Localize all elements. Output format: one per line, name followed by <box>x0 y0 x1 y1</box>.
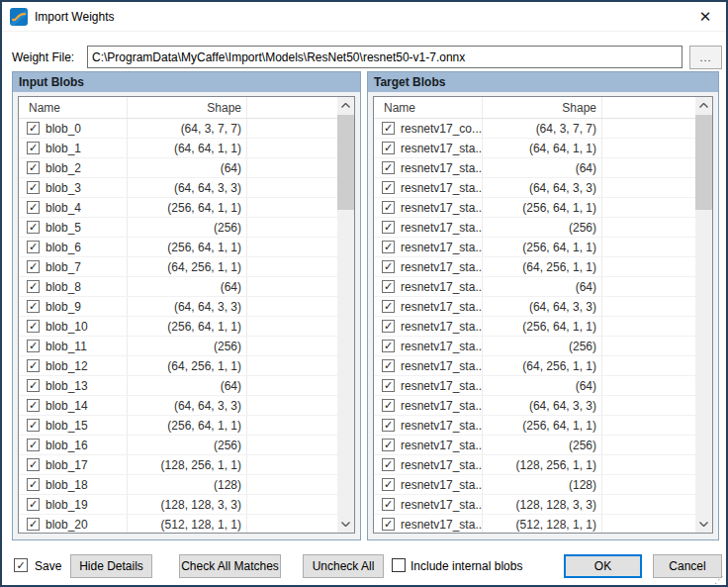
list-row[interactable]: ✓resnetv17_sta...(128) <box>374 475 695 495</box>
include-internal-blobs-checkbox[interactable] <box>392 558 406 572</box>
list-row[interactable]: ✓blob_17(128, 256, 1, 1) <box>19 455 337 475</box>
row-checkbox[interactable]: ✓ <box>382 260 395 273</box>
row-checkbox[interactable]: ✓ <box>382 399 395 412</box>
row-checkbox[interactable]: ✓ <box>27 122 40 135</box>
scrollbar-thumb[interactable] <box>337 115 354 210</box>
save-checkbox[interactable]: ✓ <box>14 558 28 572</box>
list-row[interactable]: ✓blob_16(256) <box>19 436 337 455</box>
list-row[interactable]: ✓blob_9(64, 64, 3, 3) <box>19 297 337 317</box>
list-row[interactable]: ✓blob_5(256) <box>19 218 337 238</box>
row-checkbox[interactable]: ✓ <box>382 161 395 174</box>
list-row[interactable]: ✓resnetv17_sta...(64) <box>374 277 695 297</box>
list-row[interactable]: ✓resnetv17_co...(64, 3, 7, 7) <box>374 119 695 139</box>
input-blobs-scrollbar[interactable] <box>337 97 354 533</box>
row-checkbox[interactable]: ✓ <box>27 280 40 293</box>
row-checkbox[interactable]: ✓ <box>27 498 40 511</box>
list-row[interactable]: ✓blob_0(64, 3, 7, 7) <box>19 119 337 139</box>
list-row[interactable]: ✓resnetv17_sta...(256) <box>374 337 695 356</box>
row-checkbox[interactable]: ✓ <box>382 478 395 491</box>
list-row[interactable]: ✓blob_20(512, 128, 1, 1) <box>19 515 337 533</box>
list-row[interactable]: ✓resnetv17_sta...(256, 64, 1, 1) <box>374 238 695 257</box>
row-checkbox[interactable]: ✓ <box>382 241 395 253</box>
list-row[interactable]: ✓blob_19(128, 128, 3, 3) <box>19 495 337 515</box>
row-checkbox[interactable]: ✓ <box>382 340 395 352</box>
row-checkbox[interactable]: ✓ <box>382 142 395 154</box>
list-row[interactable]: ✓resnetv17_sta...(128, 256, 1, 1) <box>374 455 695 475</box>
list-row[interactable]: ✓resnetv17_sta...(64, 256, 1, 1) <box>374 257 695 277</box>
row-checkbox[interactable]: ✓ <box>382 518 395 531</box>
row-checkbox[interactable]: ✓ <box>27 201 40 214</box>
row-checkbox[interactable]: ✓ <box>27 320 40 333</box>
column-name[interactable]: Name <box>19 97 128 118</box>
list-row[interactable]: ✓resnetv17_sta...(64) <box>374 158 695 178</box>
list-row[interactable]: ✓resnetv17_sta...(128, 128, 3, 3) <box>374 495 695 515</box>
scroll-down-icon[interactable] <box>337 516 354 533</box>
resize-grip[interactable]: ⋰ <box>714 574 724 585</box>
list-row[interactable]: ✓blob_10(256, 64, 1, 1) <box>19 317 337 337</box>
row-checkbox[interactable]: ✓ <box>382 221 395 234</box>
row-checkbox[interactable]: ✓ <box>382 458 395 471</box>
row-checkbox[interactable]: ✓ <box>27 419 40 432</box>
list-row[interactable]: ✓blob_11(256) <box>19 337 337 356</box>
list-row[interactable]: ✓blob_12(64, 256, 1, 1) <box>19 356 337 376</box>
list-row[interactable]: ✓resnetv17_sta...(256, 64, 1, 1) <box>374 317 695 337</box>
row-checkbox[interactable]: ✓ <box>27 399 40 412</box>
row-checkbox[interactable]: ✓ <box>27 359 40 372</box>
list-row[interactable]: ✓blob_15(256, 64, 1, 1) <box>19 416 337 436</box>
row-checkbox[interactable]: ✓ <box>382 379 395 392</box>
weight-file-input[interactable] <box>87 46 682 68</box>
row-checkbox[interactable]: ✓ <box>27 142 40 154</box>
row-checkbox[interactable]: ✓ <box>27 340 40 352</box>
row-checkbox[interactable]: ✓ <box>382 359 395 372</box>
target-blobs-scrollbar[interactable] <box>695 97 712 533</box>
list-row[interactable]: ✓blob_13(64) <box>19 376 337 396</box>
list-row[interactable]: ✓resnetv17_sta...(64) <box>374 376 695 396</box>
row-checkbox[interactable]: ✓ <box>27 241 40 253</box>
row-checkbox[interactable]: ✓ <box>27 161 40 174</box>
scroll-down-icon[interactable] <box>695 516 712 533</box>
cancel-button[interactable]: Cancel <box>653 554 722 578</box>
list-row[interactable]: ✓blob_8(64) <box>19 277 337 297</box>
list-row[interactable]: ✓resnetv17_sta...(64, 64, 3, 3) <box>374 396 695 416</box>
row-checkbox[interactable]: ✓ <box>382 181 395 194</box>
row-checkbox[interactable]: ✓ <box>27 260 40 273</box>
row-checkbox[interactable]: ✓ <box>27 518 40 531</box>
row-checkbox[interactable]: ✓ <box>27 458 40 471</box>
list-row[interactable]: ✓blob_3(64, 64, 3, 3) <box>19 178 337 198</box>
row-checkbox[interactable]: ✓ <box>27 181 40 194</box>
row-checkbox[interactable]: ✓ <box>382 201 395 214</box>
row-checkbox[interactable]: ✓ <box>382 300 395 313</box>
row-checkbox[interactable]: ✓ <box>382 439 395 451</box>
list-row[interactable]: ✓blob_2(64) <box>19 158 337 178</box>
browse-button[interactable]: ... <box>689 46 722 69</box>
list-row[interactable]: ✓resnetv17_sta...(64, 256, 1, 1) <box>374 356 695 376</box>
list-row[interactable]: ✓resnetv17_sta...(256) <box>374 218 695 238</box>
row-checkbox[interactable]: ✓ <box>27 478 40 491</box>
row-checkbox[interactable]: ✓ <box>27 379 40 392</box>
scroll-up-icon[interactable] <box>695 97 712 114</box>
list-row[interactable]: ✓resnetv17_sta...(256) <box>374 436 695 455</box>
list-row[interactable]: ✓blob_6(256, 64, 1, 1) <box>19 238 337 257</box>
scrollbar-thumb[interactable] <box>695 115 712 210</box>
hide-details-button[interactable]: Hide Details <box>70 554 152 578</box>
column-shape[interactable]: Shape <box>128 97 247 118</box>
row-checkbox[interactable]: ✓ <box>27 221 40 234</box>
row-checkbox[interactable]: ✓ <box>382 419 395 432</box>
list-row[interactable]: ✓blob_14(64, 64, 3, 3) <box>19 396 337 416</box>
row-checkbox[interactable]: ✓ <box>382 498 395 511</box>
list-row[interactable]: ✓resnetv17_sta...(256, 64, 1, 1) <box>374 198 695 218</box>
column-name[interactable]: Name <box>374 97 483 118</box>
row-checkbox[interactable]: ✓ <box>27 439 40 451</box>
list-row[interactable]: ✓resnetv17_sta...(256, 64, 1, 1) <box>374 416 695 436</box>
list-row[interactable]: ✓resnetv17_sta...(512, 128, 1, 1) <box>374 515 695 533</box>
list-row[interactable]: ✓resnetv17_sta...(64, 64, 3, 3) <box>374 178 695 198</box>
row-checkbox[interactable]: ✓ <box>382 320 395 333</box>
row-checkbox[interactable]: ✓ <box>27 300 40 313</box>
row-checkbox[interactable]: ✓ <box>382 122 395 135</box>
check-all-matches-button[interactable]: Check All Matches <box>179 554 281 578</box>
column-shape[interactable]: Shape <box>483 97 602 118</box>
scroll-up-icon[interactable] <box>337 97 354 114</box>
list-row[interactable]: ✓blob_4(256, 64, 1, 1) <box>19 198 337 218</box>
close-icon[interactable]: ✕ <box>684 2 726 31</box>
list-row[interactable]: ✓blob_18(128) <box>19 475 337 495</box>
